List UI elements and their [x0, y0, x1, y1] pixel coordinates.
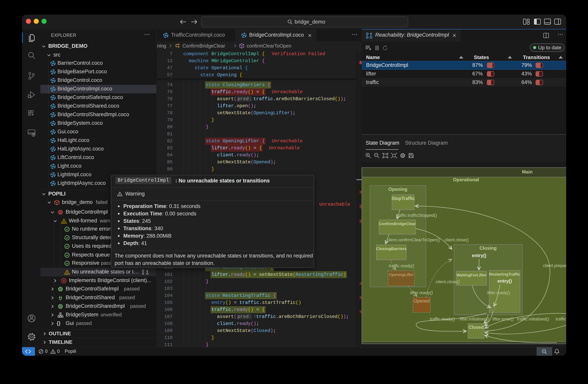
svg-text:StopTraffic: StopTraffic [391, 196, 415, 201]
svg-text:Opening: Opening [388, 187, 407, 192]
svg-text:ConfirmBridgeClear: ConfirmBridgeClear [379, 222, 416, 226]
svg-text:Opened: Opened [414, 299, 430, 303]
svg-text:client.close(): client.close() [436, 279, 460, 284]
svg-text:Closing: Closing [480, 245, 497, 251]
svg-text:traffic.ready(): traffic.ready() [389, 263, 414, 268]
svg-text:OpeningLifter: OpeningLifter [389, 272, 414, 277]
svg-text:WaitingForLifter: WaitingForLifter [457, 273, 486, 277]
svg-text:RestartingTraffic: RestartingTraffic [489, 272, 520, 277]
svg-text:Main: Main [522, 169, 533, 174]
svg-text:traffic.trafficStopped(): traffic.trafficStopped() [396, 213, 437, 218]
svg-text:Closed: Closed [469, 325, 484, 330]
svg-text:Operational: Operational [453, 177, 479, 182]
svg-text:client.confirmClearToOpen(): client.confirmClearToOpen() [387, 237, 440, 242]
svg-text:ClosingBarriers: ClosingBarriers [376, 246, 407, 251]
svg-text:lifter.initialised(): lifter.initialised() [460, 317, 489, 321]
svg-text:entry(): entry() [472, 253, 486, 258]
svg-text:entry(): entry() [497, 278, 512, 284]
svg-text:client.close(): client.close() [445, 237, 469, 242]
svg-text:client.prepareToOpen(): client.prepareToOpen() [543, 263, 566, 268]
svg-text:traffic.closed(): traffic.closed() [556, 317, 566, 321]
